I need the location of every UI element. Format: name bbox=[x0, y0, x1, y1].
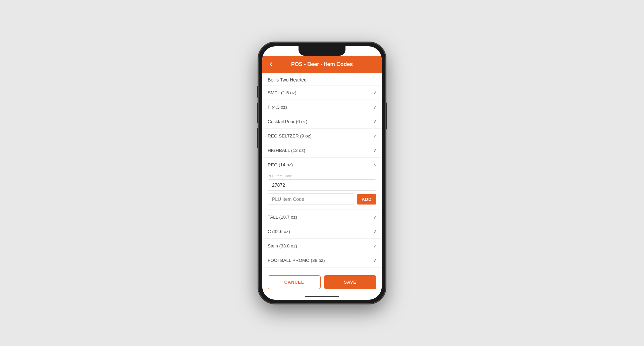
accordion-label-football: FOOTBALL PROMO (38 oz) bbox=[268, 258, 325, 263]
accordion-header-c[interactable]: C (32.6 oz) bbox=[262, 224, 382, 238]
accordion-label-f: F (4.3 oz) bbox=[268, 105, 287, 110]
accordion-header-cocktail[interactable]: Cocktail Pour (6 oz) bbox=[262, 114, 382, 128]
accordion-item-highball: HIGHBALL (12 oz) bbox=[262, 143, 382, 158]
accordion-label-tall: TALL (18.7 oz) bbox=[268, 215, 297, 220]
accordion-item-p: P (50.4 oz) bbox=[262, 268, 382, 271]
chevron-down-icon bbox=[373, 243, 376, 248]
phone-silent-button bbox=[257, 86, 258, 98]
chevron-down-icon bbox=[373, 257, 376, 263]
cancel-button[interactable]: CANCEL bbox=[268, 275, 321, 289]
accordion-item-reg_seltzer: REG SELTZER (9 oz) bbox=[262, 129, 382, 143]
accordion-item-f: F (4.3 oz) bbox=[262, 100, 382, 114]
chevron-up-icon bbox=[373, 162, 376, 167]
accordion-item-stein: Stein (33.8 oz) bbox=[262, 239, 382, 253]
accordion-header-smpl[interactable]: SMPL (1.5 oz) bbox=[262, 85, 382, 100]
product-name: Bell's Two Hearted bbox=[262, 73, 382, 85]
plu-input[interactable] bbox=[268, 193, 354, 205]
accordion-label-c: C (32.6 oz) bbox=[268, 229, 290, 234]
chevron-down-icon bbox=[373, 214, 376, 220]
accordion-item-tall: TALL (18.7 oz) bbox=[262, 210, 382, 224]
chevron-down-icon bbox=[373, 133, 376, 138]
accordion-label-stein: Stein (33.8 oz) bbox=[268, 243, 297, 248]
accordion-item-c: C (32.6 oz) bbox=[262, 224, 382, 239]
phone-power-button bbox=[386, 103, 387, 129]
accordion-header-stein[interactable]: Stein (33.8 oz) bbox=[262, 239, 382, 253]
add-button[interactable]: ADD bbox=[357, 194, 376, 205]
plu-item-code-label: PLU Item Code bbox=[268, 174, 376, 178]
accordion-header-reg_seltzer[interactable]: REG SELTZER (9 oz) bbox=[262, 129, 382, 143]
chevron-down-icon bbox=[373, 90, 376, 95]
accordion-header-football[interactable]: FOOTBALL PROMO (38 oz) bbox=[262, 253, 382, 267]
accordion-item-football: FOOTBALL PROMO (38 oz) bbox=[262, 253, 382, 268]
app-screen: POS - Beer - Item Codes Bell's Two Heart… bbox=[262, 56, 382, 300]
accordion-label-reg: REG (14 oz) bbox=[268, 162, 293, 167]
phone-volume-up-button bbox=[257, 103, 258, 123]
chevron-down-icon bbox=[373, 148, 376, 153]
accordion-header-tall[interactable]: TALL (18.7 oz) bbox=[262, 210, 382, 224]
accordion-header-p[interactable]: P (50.4 oz) bbox=[262, 268, 382, 271]
phone-frame: POS - Beer - Item Codes Bell's Two Heart… bbox=[258, 42, 386, 304]
page-title: POS - Beer - Item Codes bbox=[278, 61, 366, 67]
accordion-header-f[interactable]: F (4.3 oz) bbox=[262, 100, 382, 114]
existing-plu-code: 27872 bbox=[268, 179, 376, 191]
chevron-down-icon bbox=[373, 229, 376, 234]
phone-volume-down-button bbox=[257, 128, 258, 148]
back-button[interactable] bbox=[268, 61, 274, 68]
accordion-body-reg: PLU Item Code27872ADD bbox=[262, 172, 382, 210]
accordion-list: SMPL (1.5 oz)F (4.3 oz)Cocktail Pour (6 … bbox=[262, 85, 382, 271]
accordion-item-reg: REG (14 oz)PLU Item Code27872ADD bbox=[262, 158, 382, 210]
plu-add-row: ADD bbox=[268, 193, 376, 205]
home-indicator bbox=[262, 293, 382, 300]
phone-screen: POS - Beer - Item Codes Bell's Two Heart… bbox=[262, 46, 382, 300]
footer-bar: CANCEL SAVE bbox=[262, 271, 382, 293]
content-area: Bell's Two Hearted SMPL (1.5 oz)F (4.3 o… bbox=[262, 73, 382, 271]
chevron-down-icon bbox=[373, 104, 376, 110]
accordion-label-highball: HIGHBALL (12 oz) bbox=[268, 148, 305, 153]
chevron-down-icon bbox=[373, 119, 376, 124]
accordion-label-reg_seltzer: REG SELTZER (9 oz) bbox=[268, 133, 312, 138]
save-button[interactable]: SAVE bbox=[324, 275, 376, 289]
phone-notch bbox=[299, 46, 345, 56]
accordion-label-cocktail: Cocktail Pour (6 oz) bbox=[268, 119, 308, 124]
app-header: POS - Beer - Item Codes bbox=[262, 56, 382, 73]
accordion-item-cocktail: Cocktail Pour (6 oz) bbox=[262, 114, 382, 129]
accordion-header-reg[interactable]: REG (14 oz) bbox=[262, 158, 382, 172]
accordion-item-smpl: SMPL (1.5 oz) bbox=[262, 85, 382, 100]
accordion-header-highball[interactable]: HIGHBALL (12 oz) bbox=[262, 143, 382, 157]
home-bar bbox=[305, 296, 339, 297]
accordion-label-smpl: SMPL (1.5 oz) bbox=[268, 90, 297, 95]
